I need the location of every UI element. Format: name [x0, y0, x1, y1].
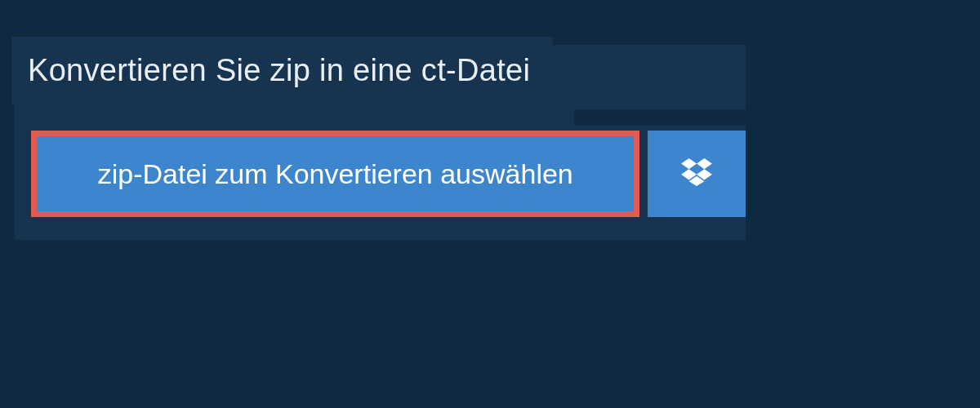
- dropbox-icon: [681, 158, 712, 189]
- decorative-notch: [574, 109, 746, 126]
- select-file-button[interactable]: zip-Datei zum Konvertieren auswählen: [31, 131, 639, 217]
- button-row: zip-Datei zum Konvertieren auswählen: [31, 131, 746, 217]
- dropbox-button[interactable]: [648, 131, 746, 217]
- title-bar: Konvertieren Sie zip in eine ct-Datei: [11, 37, 553, 104]
- svg-marker-0: [681, 158, 697, 169]
- svg-marker-1: [697, 158, 712, 169]
- select-file-label: zip-Datei zum Konvertieren auswählen: [98, 158, 573, 190]
- converter-panel: Konvertieren Sie zip in eine ct-Datei zi…: [15, 45, 746, 240]
- page-title: Konvertieren Sie zip in eine ct-Datei: [28, 53, 530, 87]
